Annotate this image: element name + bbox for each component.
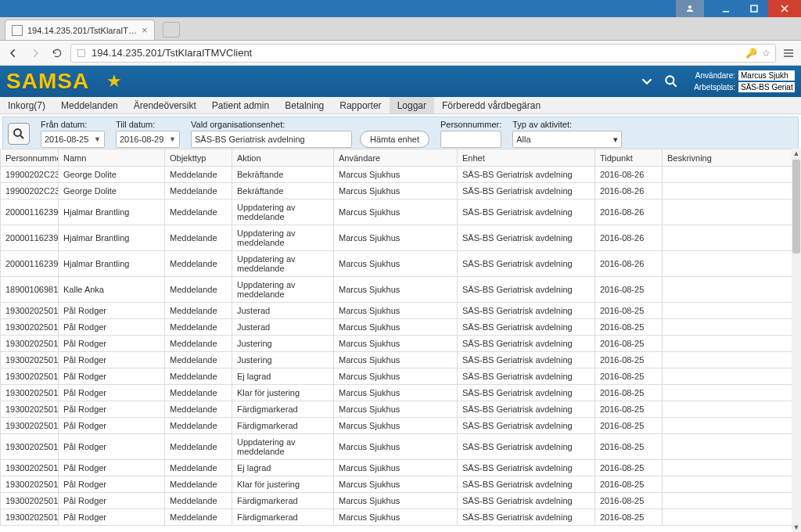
svg-rect-2	[751, 5, 757, 12]
menu-item-loggar[interactable]: Loggar	[390, 97, 434, 113]
key-icon[interactable]: 🔑	[745, 48, 757, 59]
star-icon[interactable]: ★	[106, 71, 122, 92]
app-header: SAMSA ★ Användare: Marcus Sjukh Arbetspl…	[0, 66, 801, 97]
workplace-label: Arbetsplats:	[687, 83, 735, 92]
browser-tabstrip: 194.14.235.201/TstKlaraIT… ×	[0, 17, 801, 41]
win-minimize-button[interactable]	[712, 0, 740, 17]
to-date-value: 2016-08-29	[120, 135, 163, 144]
url-text: 194.14.235.201/TstKlaraITMVClient	[92, 47, 741, 59]
workplace-value[interactable]: SÄS-BS Geriat	[738, 82, 795, 92]
from-date-input[interactable]: 2016-08-25 ▼	[41, 131, 105, 148]
dropdown-icon: ▼	[94, 135, 101, 143]
org-value: SÄS-BS Geriatrisk avdelning	[195, 135, 305, 144]
user-label: Användare:	[687, 71, 735, 80]
search-icon[interactable]	[663, 74, 679, 89]
fetch-unit-button[interactable]: Hämta enhet	[360, 131, 429, 148]
win-user-icon[interactable]	[676, 0, 704, 17]
pn-input[interactable]	[440, 131, 501, 148]
column-header[interactable]: Objekttyp	[165, 149, 232, 152]
log-table: PersonnummerNamnObjekttypAktionAnvändare…	[0, 149, 792, 151]
menubar: Inkorg(7)MeddelandenÄrendeöversiktPatien…	[0, 97, 801, 114]
from-date-value: 2016-08-25	[45, 135, 88, 144]
to-date-label: Till datum:	[116, 120, 180, 129]
filter-bar: Från datum: 2016-08-25 ▼ Till datum: 201…	[2, 117, 799, 151]
menu-item--rende-versikt[interactable]: Ärendeöversikt	[126, 97, 204, 113]
chrome-menu-button[interactable]	[781, 45, 796, 61]
new-tab-button[interactable]	[163, 22, 180, 38]
svg-point-0	[688, 5, 691, 9]
pn-label: Personnummer:	[440, 120, 501, 129]
menu-item-betalning[interactable]: Betalning	[277, 97, 332, 113]
dropdown-icon: ▾	[613, 135, 618, 145]
menu-item-f-rberedd-v-rdbeg-ran[interactable]: Förberedd vårdbegäran	[434, 97, 548, 113]
run-search-button[interactable]	[8, 123, 30, 145]
to-date-input[interactable]: 2016-08-29 ▼	[116, 131, 180, 148]
menu-item-meddelanden[interactable]: Meddelanden	[53, 97, 126, 113]
browser-toolbar: 194.14.235.201/TstKlaraITMVClient 🔑 ☆	[0, 41, 801, 66]
org-label: Vald organisationsenhet:	[191, 120, 429, 129]
forward-button[interactable]	[27, 45, 44, 62]
page-favicon-icon	[12, 25, 23, 36]
column-header[interactable]: Namn	[59, 149, 165, 152]
url-bar[interactable]: 194.14.235.201/TstKlaraITMVClient 🔑 ☆	[70, 44, 776, 63]
svg-rect-1	[723, 11, 729, 13]
win-maximize-button[interactable]	[740, 0, 768, 17]
chevron-down-icon[interactable]	[638, 73, 656, 90]
svg-point-5	[14, 129, 21, 136]
browser-tab[interactable]: 194.14.235.201/TstKlaraIT… ×	[5, 20, 155, 40]
scroll-up-icon[interactable]: ▲	[792, 149, 801, 151]
from-date-label: Från datum:	[41, 120, 105, 129]
column-header[interactable]: Användare	[334, 149, 458, 152]
type-select[interactable]: Alla ▾	[512, 131, 622, 148]
back-button[interactable]	[5, 45, 22, 62]
win-close-button[interactable]	[768, 0, 801, 17]
tab-close-icon[interactable]: ×	[142, 24, 148, 36]
log-table-wrap: PersonnummerNamnObjekttypAktionAnvändare…	[0, 149, 801, 151]
svg-rect-3	[77, 49, 84, 56]
user-value[interactable]: Marcus Sjukh	[738, 70, 795, 81]
window-titlebar	[0, 0, 801, 17]
tab-title: 194.14.235.201/TstKlaraIT…	[27, 26, 137, 35]
org-input[interactable]: SÄS-BS Geriatrisk avdelning	[191, 131, 352, 148]
brand-logo: SAMSA	[6, 69, 89, 94]
column-header[interactable]: Enhet	[458, 149, 595, 152]
menu-item-inkorg-7-[interactable]: Inkorg(7)	[0, 97, 53, 113]
bookmark-star-icon[interactable]: ☆	[762, 48, 770, 59]
column-header[interactable]: Beskrivning	[663, 149, 792, 152]
vertical-scrollbar[interactable]: ▲ ▼	[792, 149, 801, 151]
header-meta: Användare: Marcus Sjukh Arbetsplats: SÄS…	[687, 70, 795, 92]
reload-button[interactable]	[48, 45, 66, 62]
type-label: Typ av aktivitet:	[512, 120, 622, 129]
column-header[interactable]: Tidpunkt	[595, 149, 663, 152]
column-header[interactable]: Personnummer	[1, 149, 59, 152]
page-icon	[76, 48, 87, 59]
menu-item-rapporter[interactable]: Rapporter	[332, 97, 389, 113]
menu-item-patient-admin[interactable]: Patient admin	[204, 97, 277, 113]
type-value: Alla	[516, 135, 530, 144]
column-header[interactable]: Aktion	[232, 149, 334, 152]
svg-point-4	[666, 76, 673, 84]
dropdown-icon: ▼	[169, 135, 176, 143]
